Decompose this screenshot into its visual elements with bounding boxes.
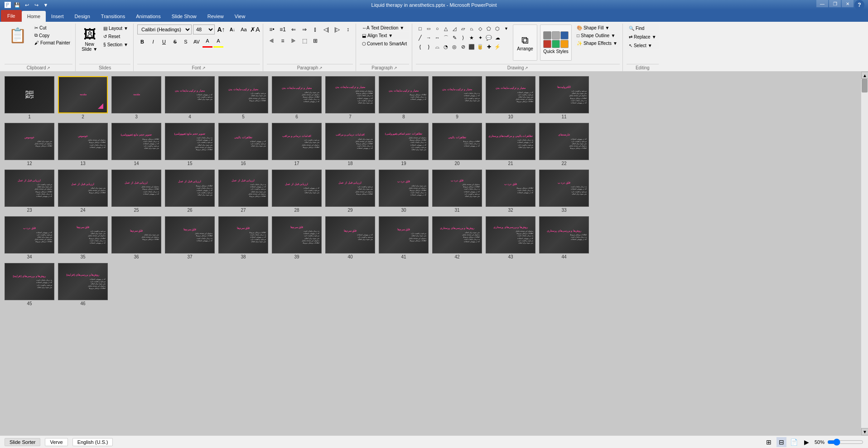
slide-thumb-container[interactable]: روش‌ها و بررسی‌های پرستاریمحتوای این صفح… [486,216,535,259]
slide-thumb-container[interactable]: تظاهرات بالینیکه در بیهوشی استفادهمی‌شود… [218,123,268,166]
save-button[interactable]: 💾 [13,1,21,9]
slide-thumbnail[interactable]: اقدامات درمانی و مراقبمی‌شود و اهمیت دار… [272,123,322,160]
slide-thumbnail[interactable]: معیار و ترکیب مایعات بدنمتن نمونه برای ا… [272,76,322,113]
slide-thumb-container[interactable]: معیار و ترکیب مایعات بدنبه درمان مایعات … [432,76,482,119]
scroll-down-button[interactable]: ▼ [861,428,868,435]
slide-thumb-container[interactable]: ارزیابی قبل از عملمتن نمونه برای اسلایدم… [58,170,108,213]
tab-animations[interactable]: Animations [130,11,166,22]
slide-thumbnail[interactable]: ارزیابی قبل از عملمتن نمونه برای اسلایدم… [58,170,108,207]
slide-thumbnail[interactable]: روش‌ها و بررسی‌های پرستاریاطلاعات پزشکی … [539,216,589,253]
curve-shape[interactable]: ⌒ [442,34,450,42]
slide-thumb-container[interactable]: روش‌ها و بررسی‌های [فرایند]که در بیهوشی … [58,263,108,306]
tab-view[interactable]: View [229,11,251,22]
customize-quick-access-button[interactable]: ▼ [42,1,50,9]
grow-font-button[interactable]: A↑ [216,24,226,34]
cut-button[interactable]: ✂ Cut [32,24,72,31]
star4-shape[interactable]: ✦ [476,34,484,42]
strikethrough-button[interactable]: S̶ [170,37,180,47]
slide-thumb-container[interactable]: ارزیابی قبل از عملبه درمان مایعات استکه … [218,170,268,213]
more-alignment-button[interactable]: ⊞ [310,36,320,46]
copy-button[interactable]: ⧉ Copy [32,32,72,39]
tab-slideshow[interactable]: Slide Show [166,11,202,22]
font-size-select[interactable]: 48 [193,24,215,34]
slide-thumb-container[interactable]: اقدامات درمانی و مراقبمی‌شود و اهمیت دار… [272,123,322,166]
slide-thumbnail[interactable]: روش‌ها و بررسی‌های [فرایند]به درمان مایع… [5,263,54,300]
slide-thumb-container[interactable]: تظاهرات بالینیاطلاعات پزشکی مربوطبه درما… [432,123,482,166]
scroll-up-button[interactable]: ▲ [861,72,868,79]
slide-thumbnail[interactable]: خوسوصمتن نمونه برای اسلایدمحتوای این صفح… [5,123,54,160]
slide-thumb-container[interactable]: معیار و ترکیب مایعات بدنکه در بیهوشی است… [486,76,535,119]
slide-thumbnail[interactable]: الکترولیت‌هامی‌شود و اهمیت داردمتن نمونه… [539,76,589,113]
slide-thumb-container[interactable]: ﷽1 [5,76,54,119]
slide-thumbnail[interactable]: قلق درد بمتن نمونه برای اسلایدمحتوای این… [379,170,429,207]
isoceles-triangle-shape[interactable]: △ [442,24,450,33]
lightning-shape[interactable]: ⚡ [493,43,502,51]
slide-thumbnail[interactable]: مقدمه [111,76,161,113]
slide-thumbnail[interactable]: معیار و ترکیب مایعات بدناطلاعات پزشکی مر… [379,76,429,113]
slide-thumbnail[interactable]: قلق سرم‌هامحتوای این صفحه شاملاطلاعات پز… [165,216,215,253]
slide-thumbnail[interactable]: معیار و ترکیب مایعات بدنبه درمان مایعات … [432,76,482,113]
drawing-expand-icon[interactable]: ↗ [525,66,528,70]
slideshow-button[interactable]: ▶ [802,437,812,447]
slide-thumbnail[interactable]: قلق درد بمحتوای این صفحه شاملاطلاعات پزش… [432,170,482,207]
reading-view-button[interactable]: 📄 [789,437,799,447]
slide-thumb-container[interactable]: قلق سرم‌هامی‌شود و اهمیت داردمتن نمونه ب… [58,216,108,259]
align-center-button[interactable]: ≡ [278,36,288,46]
tab-design[interactable]: Design [69,11,96,22]
slide-thumbnail[interactable]: معیار و ترکیب مایعات بدنکه در بیهوشی است… [486,76,535,113]
donut-shape[interactable]: ◎ [450,43,458,51]
slide-thumbnail[interactable]: قلق سرم‌هامی‌شود و اهمیت داردمتن نمونه ب… [58,216,108,253]
slide-thumbnail[interactable]: مقدمه [58,76,108,113]
shape-outline-button[interactable]: □ Shape Outline ▼ [574,32,620,39]
clipboard-expand-icon[interactable]: ↗ [47,66,50,70]
tab-transitions[interactable]: Transitions [96,11,130,22]
convert-smartart-button[interactable]: ⬡ Convert to SmartArt [360,40,409,48]
text-group-expand-icon[interactable]: ↗ [394,66,397,70]
slide-thumb-container[interactable]: ارزیابی قبل از عملاطلاعات پزشکی مربوطبه … [165,170,215,213]
can-shape[interactable]: 🥫 [476,43,484,51]
paragraph-expand-icon[interactable]: ↗ [319,66,323,70]
rounded-rect-shape[interactable]: ▭ [424,24,433,33]
tab-file[interactable]: File [1,10,22,22]
trapezoid-shape[interactable]: ⏢ [468,24,476,33]
slide-thumb-container[interactable]: قلق سرم‌هابه درمان مایعات استکه در بیهوش… [272,216,322,259]
redo-button[interactable]: ↪ [32,1,40,9]
slide-thumb-container[interactable]: ارزیابی قبل از عملکه در بیهوشی استفادهمی… [272,170,322,213]
slide-thumbnail[interactable]: ارزیابی قبل از عملمی‌شود و اهمیت داردمتن… [5,170,54,207]
hexagon-shape[interactable]: ⬡ [493,24,502,33]
slide-thumb-container[interactable]: تصویر حجم مایع (هیپوولمی)اطلاعات پزشکی م… [111,123,161,166]
slide-thumb-container[interactable]: قلق سرم‌هامتن نمونه برای اسلایدمحتوای ای… [111,216,161,259]
slide-thumbnail[interactable]: اقدامات درمانی و مراقبمتن نمونه برای اسل… [325,123,375,160]
align-left-button[interactable]: ⫷ [267,36,277,46]
slide-thumbnail[interactable]: ارزیابی قبل از عملبه درمان مایعات استکه … [218,170,268,207]
slide-thumbnail[interactable]: تظاهرات بالینیاطلاعات پزشکی مربوطبه درما… [432,123,482,160]
slide-thumb-container[interactable]: قلق سرم‌هااطلاعات پزشکی مربوطبه درمان ما… [218,216,268,259]
slide-thumb-container[interactable]: قلق درد بمحتوای این صفحه شاملاطلاعات پزش… [432,170,482,213]
slide-thumbnail[interactable]: قلق سرم‌هاکه در بیهوشی استفادهمی‌شود و ا… [325,216,375,253]
parallelogram-shape[interactable]: ▱ [459,24,467,33]
increase-indent-button[interactable]: ⇒ [299,24,309,34]
char-spacing-button[interactable]: AV [192,37,202,47]
select-button[interactable]: ↖ Select ▼ [627,42,659,49]
slide-thumb-container[interactable]: معیار و ترکیب مایعات بدنمی‌شود و اهمیت د… [218,76,268,119]
reset-button[interactable]: ↺ Reset [101,33,130,40]
line-shape[interactable]: ╱ [416,34,424,42]
highlight-color-button[interactable]: A [213,36,223,46]
slide-thumb-container[interactable]: قلق درد بکه در بیهوشی استفادهمی‌شود و اه… [5,216,54,259]
slide-thumbnail[interactable]: ارزیابی قبل از عملمی‌شود و اهمیت داردمتن… [325,170,375,207]
font-expand-icon[interactable]: ↗ [202,66,206,70]
section-button[interactable]: § Section ▼ [101,41,130,49]
layout-button[interactable]: ▤ Layout ▼ [101,24,130,32]
scroll-thumb[interactable] [862,79,868,93]
clear-formatting-button[interactable]: ✗A [250,24,260,34]
text-direction-button[interactable]: ↔A Text Direction ▼ [360,24,409,31]
slide-thumb-container[interactable]: مقدمه2 [58,76,108,119]
slide-thumb-container[interactable]: ارزیابی قبل از عملمی‌شود و اهمیت داردمتن… [5,170,54,213]
arrow-shape[interactable]: → [424,34,433,42]
slide-thumb-container[interactable]: تصویر حجم مایع (هیپوولمی)به درمان مایعات… [165,123,215,166]
cross-shape[interactable]: ✚ [485,43,493,51]
slide-thumb-container[interactable]: قلق درد بمتن نمونه برای اسلایدمحتوای این… [379,170,429,213]
align-right-button[interactable]: ⫸ [289,36,299,46]
slide-thumbnail[interactable]: قلق درد باطلاعات پزشکی مربوطبه درمان مای… [486,170,535,207]
slide-thumb-container[interactable]: معیار و ترکیب مایعات بدناطلاعات پزشکی مر… [379,76,429,119]
